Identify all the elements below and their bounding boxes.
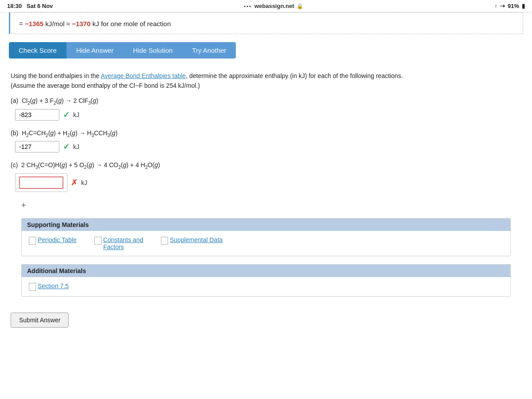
lock-icon: 🔒 (297, 3, 303, 9)
battery-icon: ▮ (522, 3, 525, 9)
try-another-button[interactable]: Try Another (182, 42, 236, 59)
constants-label: Constants andFactors (103, 236, 143, 250)
equation-line: = −1365 kJ/mol ≈ −1370 kJ for one mole o… (19, 20, 514, 27)
sub-label-a: (a) Cl2(g) + 3 F2(g) → 2 ClF3(g) (11, 97, 521, 106)
unit-label-a: kJ (73, 111, 79, 118)
additional-materials-body: Section 7.5 (22, 277, 510, 296)
plus-area: + (21, 201, 511, 210)
dotted-box-c (15, 173, 67, 192)
supporting-materials-header: Supporting Materials (22, 219, 510, 231)
submit-area: Submit Answer (11, 313, 521, 328)
section-75-icon (29, 283, 36, 291)
supplemental-link[interactable]: Supplemental Data (161, 236, 223, 245)
supporting-materials-body: Periodic Table Constants andFactors Supp… (22, 231, 510, 256)
answer-row-b: ✓ kJ (15, 141, 521, 153)
correct-icon-a: ✓ (63, 110, 70, 120)
section-75-label: Section 7.5 (38, 282, 69, 289)
problem-intro: Using the bond enthalpies in the Average… (11, 71, 521, 91)
additional-materials-section: Additional Materials Section 7.5 (21, 264, 511, 297)
additional-materials-header: Additional Materials (22, 265, 510, 277)
button-bar: Check Score Hide Answer Hide Solution Tr… (9, 42, 523, 59)
unit-label-b: kJ (73, 143, 79, 150)
correct-icon-b: ✓ (63, 142, 70, 152)
section-75-link[interactable]: Section 7.5 (29, 282, 69, 291)
sub-problem-b: (b) H2C=CH2(g) + H2(g) → H3CCH3(g) ✓ kJ (11, 129, 521, 153)
sub-problem-a: (a) Cl2(g) + 3 F2(g) → 2 ClF3(g) ✓ kJ (11, 97, 521, 121)
periodic-table-link[interactable]: Periodic Table (29, 236, 77, 245)
answer-input-b[interactable] (15, 141, 59, 153)
status-website: ••• webassign.net 🔒 (244, 3, 303, 9)
incorrect-icon-c: ✗ (71, 178, 78, 188)
supporting-materials-section: Supporting Materials Periodic Table Cons… (21, 218, 511, 256)
status-right: ↑ ⇢ 91% ▮ (494, 3, 525, 9)
supplemental-label: Supplemental Data (170, 236, 223, 243)
sub-label-c: (c) 2 CH3(C=O)H(g) + 5 O2(g) → 4 CO2(g) … (11, 161, 521, 170)
submit-button[interactable]: Submit Answer (11, 313, 69, 328)
status-bar: 18:30 Sat 6 Nov ••• webassign.net 🔒 ↑ ⇢ … (0, 0, 532, 12)
equation-area: = −1365 kJ/mol ≈ −1370 kJ for one mole o… (9, 12, 523, 34)
value-1370: −1370 (72, 20, 90, 27)
hide-solution-button[interactable]: Hide Solution (123, 42, 182, 59)
constants-icon (94, 237, 102, 245)
answer-row-c: ✗ kJ (15, 173, 521, 192)
location-icon: ↑ (494, 3, 497, 9)
hide-answer-button[interactable]: Hide Answer (66, 42, 123, 59)
sub-problem-c: (c) 2 CH3(C=O)H(g) + 5 O2(g) → 4 CO2(g) … (11, 161, 521, 192)
status-time: 18:30 Sat 6 Nov (7, 3, 53, 9)
periodic-table-icon (29, 237, 36, 245)
value-1365: −1365 (25, 20, 43, 27)
check-score-button[interactable]: Check Score (9, 42, 66, 59)
main-wrapper: = −1365 kJ/mol ≈ −1370 kJ for one mole o… (0, 12, 532, 399)
periodic-table-label: Periodic Table (38, 236, 77, 243)
avg-bond-link[interactable]: Average Bond Enthalpies table (101, 72, 186, 79)
problem-area: Using the bond enthalpies in the Average… (0, 66, 532, 305)
answer-row-a: ✓ kJ (15, 109, 521, 121)
unit-label-c: kJ (81, 179, 87, 186)
answer-input-c[interactable] (19, 176, 63, 189)
supplemental-icon (161, 237, 168, 245)
constants-link[interactable]: Constants andFactors (94, 236, 143, 250)
answer-input-a[interactable] (15, 109, 59, 121)
signal-icon: ⇢ (500, 3, 505, 9)
menu-dots: ••• (244, 4, 252, 9)
sub-label-b: (b) H2C=CH2(g) + H2(g) → H3CCH3(g) (11, 129, 521, 138)
